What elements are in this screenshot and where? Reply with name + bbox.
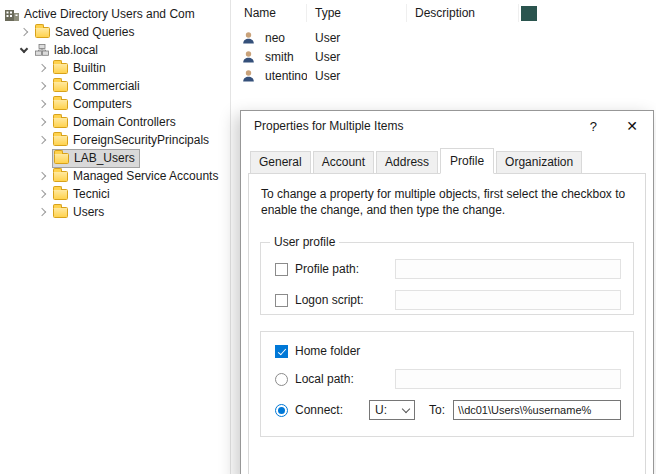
- tree-item-label: Builtin: [73, 61, 106, 75]
- tree-item-label: lab.local: [54, 43, 98, 57]
- drive-letter-dropdown[interactable]: U:: [369, 400, 415, 420]
- profile-tab-page: To change a property for multiple object…: [248, 173, 646, 474]
- close-icon[interactable]: ✕: [626, 118, 638, 134]
- chevron-right-icon[interactable]: [38, 64, 46, 72]
- logon-script-checkbox[interactable]: [275, 294, 288, 307]
- tree-item-label: ForeignSecurityPrincipals: [73, 133, 209, 147]
- object-list: neo User smith User: [232, 28, 519, 85]
- chevron-right-icon[interactable]: [38, 100, 46, 108]
- tree-item-commerciali[interactable]: Commerciali: [0, 77, 230, 95]
- connect-label: Connect:: [295, 403, 369, 417]
- home-folder-label: Home folder: [295, 344, 360, 358]
- chevron-right-icon[interactable]: [38, 82, 46, 90]
- logon-script-row: Logon script:: [275, 290, 621, 310]
- chevron-down-icon: [402, 404, 410, 412]
- active-directory-icon: [5, 8, 19, 21]
- local-path-radio[interactable]: [275, 373, 288, 386]
- column-header-description[interactable]: Description: [407, 4, 519, 22]
- connect-radio[interactable]: [275, 404, 288, 417]
- tree-item-builtin[interactable]: Builtin: [0, 59, 230, 77]
- column-header-name[interactable]: Name: [232, 4, 307, 22]
- type-cell: User: [307, 31, 407, 45]
- chevron-right-icon[interactable]: [38, 208, 46, 216]
- row-name: neo: [265, 31, 285, 45]
- folder-icon: [53, 117, 68, 128]
- home-folder-row: Home folder: [275, 344, 621, 358]
- logon-script-input: [395, 290, 621, 310]
- profile-path-input: [395, 259, 621, 279]
- tree-item-computers[interactable]: Computers: [0, 95, 230, 113]
- row-type: User: [315, 50, 340, 64]
- folder-icon: [35, 27, 50, 38]
- name-cell: neo: [232, 31, 307, 45]
- name-cell: smith: [232, 50, 307, 64]
- tree-item-root[interactable]: Active Directory Users and Com: [0, 5, 230, 23]
- table-row[interactable]: utentino User: [232, 66, 519, 85]
- group-label: User profile: [270, 235, 339, 249]
- home-folder-checkbox[interactable]: [275, 345, 288, 358]
- row-type: User: [315, 31, 340, 45]
- tab-account[interactable]: Account: [313, 151, 374, 174]
- local-path-row: Local path:: [275, 369, 621, 389]
- column-header-type[interactable]: Type: [307, 4, 407, 22]
- tree-item-users[interactable]: Users: [0, 203, 230, 221]
- folder-icon: [53, 171, 68, 182]
- chevron-down-icon[interactable]: [20, 45, 28, 53]
- tree-item-label: Users: [73, 205, 104, 219]
- tree-item-lab-users[interactable]: LAB_Users: [0, 149, 230, 167]
- table-row[interactable]: smith User: [232, 47, 519, 66]
- home-folder-group: Home folder Local path: Connect: U: To:: [260, 331, 634, 437]
- column-header-label: Type: [315, 6, 341, 20]
- chevron-right-icon[interactable]: [38, 118, 46, 126]
- folder-icon: [53, 63, 68, 74]
- chevron-right-icon[interactable]: [38, 190, 46, 198]
- tree-item-managed-service-accounts[interactable]: Managed Service Accounts: [0, 167, 230, 185]
- tree-item-label: Commerciali: [73, 79, 140, 93]
- tree-item-label: Computers: [73, 97, 132, 111]
- dialog-title: Properties for Multiple Items: [254, 119, 584, 133]
- chevron-right-icon[interactable]: [38, 136, 46, 144]
- to-label: To:: [429, 403, 445, 417]
- tab-profile[interactable]: Profile: [440, 148, 494, 174]
- tree-item-saved-queries[interactable]: Saved Queries: [0, 23, 230, 41]
- chevron-right-icon[interactable]: [38, 172, 46, 180]
- folder-icon: [53, 99, 68, 110]
- row-type: User: [315, 69, 340, 83]
- connect-path-input[interactable]: [453, 400, 621, 420]
- tree-item-label: Saved Queries: [55, 25, 134, 39]
- drive-letter-value: U:: [375, 403, 403, 417]
- user-icon: [242, 31, 255, 44]
- tree-item-label: LAB_Users: [74, 151, 135, 165]
- list-header: Name Type Description: [232, 3, 537, 23]
- local-path-label: Local path:: [295, 372, 395, 386]
- column-header-label: Name: [244, 6, 276, 20]
- console-tree-pane: Active Directory Users and Com Saved Que…: [0, 0, 231, 474]
- tree-item-label: Managed Service Accounts: [73, 169, 218, 183]
- row-name: utentino: [265, 69, 307, 83]
- tab-organization[interactable]: Organization: [496, 151, 582, 174]
- tab-address[interactable]: Address: [376, 151, 438, 174]
- name-cell: utentino: [232, 69, 307, 83]
- table-row[interactable]: neo User: [232, 28, 519, 47]
- logon-script-label: Logon script:: [295, 293, 395, 307]
- tab-strip: General Account Address Profile Organiza…: [250, 148, 646, 174]
- instruction-text: To change a property for multiple object…: [249, 176, 645, 218]
- chevron-right-icon[interactable]: [20, 28, 28, 36]
- tree-item-label: Tecnici: [73, 187, 110, 201]
- type-cell: User: [307, 69, 407, 83]
- tab-general[interactable]: General: [250, 151, 311, 174]
- tree-item-label: Domain Controllers: [73, 115, 176, 129]
- tree-item-foreign-security-principals[interactable]: ForeignSecurityPrincipals: [0, 131, 230, 149]
- row-name: smith: [265, 50, 294, 64]
- help-button[interactable]: ?: [584, 119, 602, 134]
- header-corner-icon: [521, 6, 537, 21]
- tree-item-tecnici[interactable]: Tecnici: [0, 185, 230, 203]
- tree-item-lab-local[interactable]: lab.local: [0, 41, 230, 59]
- chevron-spacer: [39, 155, 45, 161]
- user-profile-group: User profile Profile path: Logon script:: [260, 242, 634, 315]
- folder-icon: [53, 207, 68, 218]
- profile-path-checkbox[interactable]: [275, 263, 288, 276]
- tree-item-domain-controllers[interactable]: Domain Controllers: [0, 113, 230, 131]
- folder-icon: [54, 153, 69, 164]
- selected-tree-item-highlight[interactable]: LAB_Users: [53, 150, 139, 167]
